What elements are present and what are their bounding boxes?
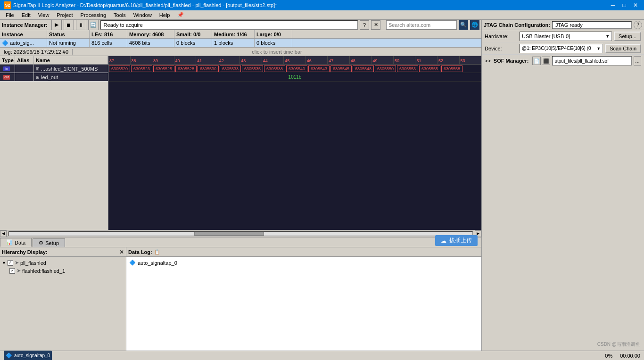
menu-tools[interactable]: Tools [110, 11, 130, 19]
progress-display: 0% [605, 353, 612, 359]
scan-chain-button[interactable]: Scan Chain [605, 44, 641, 53]
hierarchy-header: Hierarchy Display: ✕ [0, 247, 126, 257]
auto-run-button[interactable]: 🔄 [88, 20, 99, 30]
menu-project[interactable]: Project [53, 11, 76, 19]
waveform-content: Type Alias Name in ⊞ ...a [0, 56, 481, 230]
tree-checkbox-pll[interactable]: ✓ [8, 260, 13, 266]
setup-tab-icon: ⚙ [39, 240, 43, 246]
left-panel: Instance Manager: ▶ ⏹ ⏸ 🔄 Ready to acqui… [0, 20, 481, 351]
bus-val-8: 6305540 [286, 65, 307, 72]
tick-50: 50 [394, 56, 416, 64]
pause-button[interactable]: ⏸ [76, 20, 86, 30]
data-log-content: 🔷 auto_signaltap_0 [126, 257, 481, 351]
instance-table-row[interactable]: 🔷 auto_sig... Not running 816 cells 4608… [0, 39, 481, 47]
cell-les: 816 cells [90, 39, 127, 47]
device-value: @1: EP3C(10|5)/EP4CE(10|6) (0 [522, 46, 591, 51]
upload-button[interactable]: ☁ 拔插上传 [435, 235, 478, 246]
data-log-item-0[interactable]: 🔷 auto_signaltap_0 [128, 259, 479, 267]
close-panel-button[interactable]: ✕ [371, 20, 380, 30]
waveform-scrollbar: ◀ ▶ [0, 230, 481, 237]
menu-file[interactable]: File [2, 11, 18, 19]
taskbar: 🔷 auto_signaltap_0 [4, 351, 52, 360]
menu-help[interactable]: Help [156, 11, 174, 19]
time-bar-message: click to insert time bar [73, 49, 481, 55]
tab-data[interactable]: 📊 Data [0, 238, 32, 247]
pin-icon[interactable]: 📌 [177, 12, 184, 18]
taskbar-item[interactable]: auto_signaltap_0 [14, 353, 50, 358]
name-header: Name [34, 56, 108, 64]
status-bar: 🔷 auto_signaltap_0 0% 00:00:00 [0, 351, 644, 360]
search-icon[interactable]: 🔍 [459, 20, 468, 30]
close-button[interactable]: ✕ [631, 0, 640, 10]
run-button[interactable]: ▶ [51, 20, 62, 30]
tree-item-pll[interactable]: ▼ ✓ ➤ pll_flashled [2, 259, 124, 267]
jtag-status: JTAG ready [552, 21, 632, 29]
tree-item-flashled[interactable]: ✓ ➤ flashled:flashled_1 [2, 267, 124, 275]
type-header: Type [0, 56, 15, 64]
hierarchy-panel: Hierarchy Display: ✕ ▼ ✓ ➤ pll_flashled [0, 247, 126, 351]
stop-button[interactable]: ⏹ [64, 20, 74, 30]
hardware-select[interactable]: USB-Blaster [USB-0] ▼ [520, 32, 612, 41]
tree-label-flashled: flashled:flashled_1 [22, 268, 65, 274]
tab-setup[interactable]: ⚙ Setup [33, 238, 65, 247]
menu-view[interactable]: View [34, 11, 53, 19]
alias-header: Alias [15, 56, 34, 64]
time-display: 00:00:00 [620, 353, 640, 359]
tree-expand-pll[interactable]: ▼ [2, 261, 6, 265]
search-input-box [386, 20, 457, 30]
sof-more-button[interactable]: … [634, 56, 641, 65]
bottom-panel: Hierarchy Display: ✕ ▼ ✓ ➤ pll_flashled [0, 247, 481, 351]
sof-icons: 📄 ⬛ [532, 57, 550, 65]
menu-processing[interactable]: Processing [77, 11, 110, 19]
col-instance: Instance [0, 30, 47, 38]
data-tab-icon: 📊 [6, 239, 13, 245]
sof-prog-icon[interactable]: ⬛ [542, 57, 550, 65]
data-log-button[interactable]: 📋 [154, 249, 160, 254]
restore-button[interactable]: □ [619, 0, 629, 10]
expand-led[interactable]: ⊞ [36, 75, 40, 80]
tick-45: 45 [284, 56, 306, 64]
hierarchy-close-button[interactable]: ✕ [119, 249, 124, 255]
window-title: SignalTap II Logic Analyzer - D:/Desktop… [13, 2, 277, 8]
data-log-panel: Data Log: 📋 🔷 auto_signaltap_0 [126, 247, 481, 351]
col-les: LEs: 816 [90, 30, 127, 38]
menu-window[interactable]: Window [130, 11, 156, 19]
signal-row-led[interactable]: out ⊞ led_out [0, 73, 108, 82]
globe-icon[interactable]: 🌐 [470, 20, 479, 30]
scroll-left-arrow[interactable]: ◀ [0, 230, 7, 237]
tick-51: 51 [415, 56, 438, 64]
upload-btn-label: 拔插上传 [449, 237, 472, 245]
search-input[interactable] [386, 20, 457, 30]
expand-cnt[interactable]: ⊞ [36, 66, 40, 71]
col-memory: Memory: 4608 [127, 30, 174, 38]
scroll-track[interactable] [8, 231, 473, 236]
main-content: Instance Manager: ▶ ⏹ ⏸ 🔄 Ready to acqui… [0, 20, 644, 360]
device-row: Device: @1: EP3C(10|5)/EP4CE(10|6) (0 ▼ … [482, 42, 644, 55]
minimize-button[interactable]: ─ [608, 0, 618, 10]
data-log-header: Data Log: 📋 [126, 247, 481, 257]
tick-47: 47 [328, 56, 350, 64]
sof-load-icon[interactable]: 📄 [532, 57, 541, 65]
cell-memory: 4608 bits [127, 39, 174, 47]
bus-val-6: 6305535 [242, 65, 263, 72]
menu-edit[interactable]: Edit [18, 11, 34, 19]
jtag-header: JTAG Chain Configuration: JTAG ready ? [482, 20, 644, 30]
scroll-thumb[interactable] [194, 232, 264, 236]
tick-49: 49 [372, 56, 394, 64]
device-dropdown-arrow: ▼ [596, 46, 601, 51]
tree-checkbox-flashled[interactable]: ✓ [9, 268, 15, 274]
tree-arrow-flashled: ➤ [17, 268, 21, 274]
setup-tab-label: Setup [45, 240, 59, 246]
tick-40: 40 [174, 56, 197, 64]
menu-bar: File Edit View Project Processing Tools … [0, 10, 644, 20]
jtag-help-button[interactable]: ? [634, 21, 642, 29]
setup-button[interactable]: Setup... [614, 32, 641, 41]
bus-val-4: 6305530 [198, 65, 219, 72]
cell-small: 0 blocks [174, 39, 212, 47]
tick-37: 37 [108, 56, 131, 64]
tree-label-pll: pll_flashled [20, 260, 46, 266]
help-button[interactable]: ? [360, 20, 369, 30]
device-select[interactable]: @1: EP3C(10|5)/EP4CE(10|6) (0 ▼ [520, 44, 603, 53]
bus-val-1: 6305523 [131, 65, 152, 72]
signal-row-cnt[interactable]: in ⊞ ...ashled_1|CNT_500MS [0, 65, 108, 73]
